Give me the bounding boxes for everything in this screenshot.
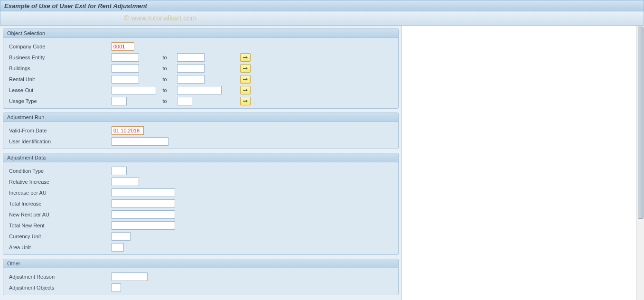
row-adjustment-objects: Adjustment Objects <box>7 282 394 293</box>
row-company-code: Company Code <box>7 41 394 52</box>
input-valid-from[interactable] <box>112 126 144 135</box>
section-header-adjustment-run: Adjustment Run <box>3 113 398 122</box>
section-header-adjustment-data: Adjustment Data <box>3 153 398 162</box>
input-lease-out-from[interactable] <box>112 86 156 94</box>
toolbar: © www.tutorialkart.com <box>0 11 644 26</box>
input-user-id[interactable] <box>112 137 168 146</box>
input-new-rent-per-au[interactable] <box>112 210 175 219</box>
label-lease-out: Lease-Out <box>7 87 112 93</box>
row-total-new-rent: Total New Rent <box>7 220 394 231</box>
input-business-entity-to[interactable] <box>177 53 205 62</box>
content-panel: Object Selection Company Code Business E… <box>0 26 401 300</box>
multi-select-business-entity[interactable] <box>240 53 251 62</box>
label-total-increase: Total Increase <box>7 201 112 206</box>
label-usage-type: Usage Type <box>7 98 112 104</box>
label-to-usage-type: to <box>158 98 171 104</box>
row-buildings: Buildings to <box>7 63 394 74</box>
label-to-business-entity: to <box>158 55 171 60</box>
row-lease-out: Lease-Out to <box>7 84 394 95</box>
input-company-code[interactable] <box>112 42 134 51</box>
row-valid-from: Valid-From Date <box>7 125 394 136</box>
input-lease-out-to[interactable] <box>177 86 222 94</box>
outer-scroll-thumb[interactable] <box>638 27 644 219</box>
section-object-selection: Object Selection Company Code Business E… <box>3 28 399 109</box>
input-adjustment-reason[interactable] <box>112 272 148 281</box>
section-other: Other Adjustment Reason Adjustment Objec… <box>3 259 399 295</box>
section-adjustment-run: Adjustment Run Valid-From Date User Iden… <box>3 112 399 149</box>
input-usage-type-from[interactable] <box>112 97 127 105</box>
row-adjustment-reason: Adjustment Reason <box>7 271 394 282</box>
input-usage-type-to[interactable] <box>177 97 192 105</box>
input-increase-per-au[interactable] <box>112 188 175 197</box>
input-total-increase[interactable] <box>112 199 175 208</box>
label-adjustment-reason: Adjustment Reason <box>7 274 112 280</box>
label-condition-type: Condition Type <box>7 168 112 174</box>
section-body-adjustment-run: Valid-From Date User Identification <box>3 122 398 149</box>
arrow-right-icon <box>243 88 248 92</box>
section-adjustment-data: Adjustment Data Condition Type Relative … <box>3 153 399 255</box>
label-business-entity: Business Entity <box>7 55 112 60</box>
input-currency-unit[interactable] <box>112 232 131 241</box>
row-total-increase: Total Increase <box>7 198 394 209</box>
label-company-code: Company Code <box>7 44 112 49</box>
input-total-new-rent[interactable] <box>112 221 175 230</box>
watermark-text: © www.tutorialkart.com <box>124 14 197 22</box>
label-currency-unit: Currency Unit <box>7 234 112 239</box>
row-user-id: User Identification <box>7 136 394 147</box>
label-rental-unit: Rental Unit <box>7 76 112 82</box>
row-relative-increase: Relative Increase <box>7 176 394 187</box>
row-business-entity: Business Entity to <box>7 52 394 63</box>
label-area-unit: Area Unit <box>7 244 112 250</box>
section-header-object-selection: Object Selection <box>3 29 398 38</box>
right-blank-panel: ▴ ▾ <box>401 26 644 300</box>
label-total-new-rent: Total New Rent <box>7 223 112 228</box>
arrow-right-icon <box>243 99 248 103</box>
arrow-right-icon <box>243 66 248 70</box>
multi-select-usage-type[interactable] <box>240 97 251 105</box>
label-valid-from: Valid-From Date <box>7 128 112 133</box>
input-rental-unit-to[interactable] <box>177 75 205 84</box>
input-area-unit[interactable] <box>112 243 124 252</box>
label-user-id: User Identification <box>7 139 112 144</box>
label-to-rental-unit: to <box>158 76 171 82</box>
label-buildings: Buildings <box>7 66 112 71</box>
arrow-right-icon <box>243 56 248 59</box>
input-buildings-to[interactable] <box>177 64 205 73</box>
main-area: Object Selection Company Code Business E… <box>0 26 644 300</box>
input-buildings-from[interactable] <box>112 64 139 73</box>
input-relative-increase[interactable] <box>112 178 139 186</box>
title-bar: Example of Use of User Exit for Rent Adj… <box>0 0 644 11</box>
label-increase-per-au: Increase per AU <box>7 190 112 196</box>
input-adjustment-objects[interactable] <box>112 283 121 292</box>
label-relative-increase: Relative Increase <box>7 179 112 185</box>
row-increase-per-au: Increase per AU <box>7 187 394 198</box>
input-rental-unit-from[interactable] <box>112 75 139 84</box>
arrow-right-icon <box>243 77 248 81</box>
section-body-adjustment-data: Condition Type Relative Increase Increas… <box>3 162 398 254</box>
row-rental-unit: Rental Unit to <box>7 74 394 84</box>
page-title: Example of Use of User Exit for Rent Adj… <box>4 2 147 9</box>
row-usage-type: Usage Type to <box>7 95 394 106</box>
label-to-lease-out: to <box>158 87 171 93</box>
section-body-object-selection: Company Code Business Entity to Building… <box>3 38 398 108</box>
label-new-rent-per-au: New Rent per AU <box>7 212 112 217</box>
row-new-rent-per-au: New Rent per AU <box>7 209 394 220</box>
input-business-entity-from[interactable] <box>112 53 139 62</box>
row-currency-unit: Currency Unit <box>7 231 394 242</box>
section-body-other: Adjustment Reason Adjustment Objects <box>3 268 398 295</box>
label-adjustment-objects: Adjustment Objects <box>7 285 112 291</box>
row-condition-type: Condition Type <box>7 165 394 176</box>
multi-select-buildings[interactable] <box>240 64 251 73</box>
section-header-other: Other <box>3 259 398 268</box>
multi-select-rental-unit[interactable] <box>240 75 251 84</box>
label-to-buildings: to <box>158 66 171 71</box>
multi-select-lease-out[interactable] <box>240 86 251 94</box>
outer-scrollbar[interactable] <box>636 26 644 300</box>
row-area-unit: Area Unit <box>7 242 394 253</box>
input-condition-type[interactable] <box>112 167 127 175</box>
